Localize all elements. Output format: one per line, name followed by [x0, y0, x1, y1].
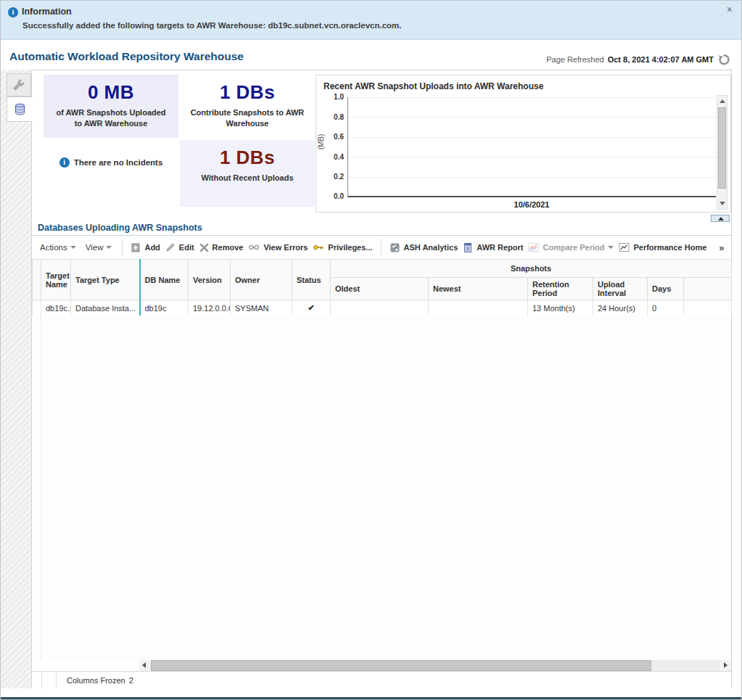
- tile-no-recent-uploads: 1 DBs Without Recent Uploads: [180, 140, 315, 207]
- x-tick: 10/6/2021: [347, 200, 716, 209]
- banner-title: Information: [22, 7, 72, 17]
- col-days[interactable]: Days: [648, 278, 684, 300]
- info-icon: i: [8, 7, 18, 17]
- col-group-snapshots: Snapshots: [331, 260, 732, 278]
- remove-icon: [199, 243, 209, 252]
- awr-report-button[interactable]: AWR Report: [463, 242, 523, 253]
- ash-analytics-button[interactable]: ASH Analytics: [389, 242, 458, 253]
- col-target-name[interactable]: Target Name: [41, 260, 71, 300]
- incidents-note: i There are no Incidents: [44, 157, 178, 168]
- page-refreshed: Page Refreshed Oct 8, 2021 4:02:07 AM GM…: [546, 53, 731, 66]
- row-header-column: [33, 260, 41, 300]
- uploaded-mb-value: 0 MB: [44, 75, 178, 104]
- edit-button[interactable]: Edit: [165, 242, 194, 252]
- y-axis-label: (MB): [317, 134, 325, 150]
- view-errors-button[interactable]: View Errors: [248, 242, 308, 252]
- view-errors-label: View Errors: [263, 243, 308, 252]
- scroll-down-icon[interactable]: [720, 202, 725, 205]
- sidebar-tab-databases[interactable]: [7, 96, 33, 122]
- newest-cell: [429, 300, 528, 316]
- scrollbar-thumb[interactable]: [151, 660, 651, 671]
- toolbar-separator: [122, 239, 123, 255]
- y-tick: 1.0: [322, 93, 344, 101]
- uploaded-mb-label: of AWR Snapshots Uploaded to AWR Warehou…: [44, 104, 178, 129]
- plot-area: [347, 97, 716, 197]
- version-cell: 19.12.0.0.0: [189, 300, 231, 316]
- no-recent-uploads-label: Without Recent Uploads: [180, 169, 315, 184]
- toolbar-overflow-button[interactable]: »: [717, 242, 726, 253]
- col-newest[interactable]: Newest: [429, 278, 528, 300]
- remove-button[interactable]: Remove: [199, 243, 244, 252]
- add-button[interactable]: Add: [131, 242, 160, 252]
- close-icon[interactable]: ×: [727, 4, 733, 15]
- report-icon: [463, 242, 473, 253]
- edit-icon: [165, 242, 176, 252]
- col-oldest[interactable]: Oldest: [331, 278, 429, 300]
- page-header: Automatic Workload Repository Warehouse …: [1, 40, 741, 70]
- days-cell: 0: [648, 300, 684, 316]
- col-upload-interval[interactable]: Upload Interval: [593, 278, 648, 300]
- chart-collapse-button[interactable]: [711, 215, 730, 222]
- upload-interval-cell: 24 Hour(s): [593, 300, 648, 316]
- y-tick: 0.6: [322, 133, 344, 141]
- table-row[interactable]: db19c.s... Database Insta... db19c 19.12…: [33, 300, 732, 316]
- performance-home-label: Performance Home: [633, 243, 706, 252]
- content-panel: 0 MB of AWR Snapshots Uploaded to AWR Wa…: [31, 70, 732, 688]
- glasses-icon: [248, 242, 260, 252]
- scroll-left-button[interactable]: [139, 660, 150, 671]
- compare-period-icon: [528, 242, 539, 252]
- col-owner[interactable]: Owner: [231, 260, 292, 300]
- view-menu-label: View: [86, 243, 104, 252]
- add-label: Add: [144, 243, 160, 252]
- col-db-name[interactable]: DB Name: [140, 260, 189, 300]
- retention-cell: 13 Month(s): [528, 300, 593, 316]
- chart-vertical-scrollbar[interactable]: [717, 95, 727, 210]
- col-target-type[interactable]: Target Type: [71, 260, 140, 300]
- no-recent-uploads-value: 1 DBs: [180, 140, 315, 169]
- db-name-cell: db19c: [140, 300, 189, 316]
- banner-message: Successfully added the following targets…: [22, 21, 402, 30]
- scroll-left-icon: [142, 662, 146, 668]
- databases-table: Target Name Target Type DB Name Version …: [32, 259, 732, 316]
- compare-period-label: Compare Period: [543, 243, 604, 252]
- contributing-dbs-label: Contribute Snapshots to AWR Warehouse: [180, 104, 315, 129]
- add-icon: [131, 242, 141, 252]
- compare-period-button: Compare Period: [528, 242, 614, 252]
- sidebar: [1, 70, 31, 688]
- toolbar-separator: [381, 239, 382, 255]
- refresh-icon[interactable]: [717, 53, 731, 66]
- col-status[interactable]: Status: [292, 260, 331, 300]
- key-icon: [313, 242, 324, 252]
- scroll-up-icon[interactable]: [720, 99, 725, 103]
- remove-label: Remove: [213, 243, 244, 252]
- privileges-label: Privileges...: [328, 243, 372, 252]
- performance-home-button[interactable]: Performance Home: [619, 242, 706, 252]
- info-icon: i: [59, 157, 70, 168]
- scrollbar-thumb[interactable]: [718, 107, 726, 189]
- refresh-time: Oct 8, 2021 4:02:07 AM GMT: [608, 55, 714, 64]
- scroll-right-button[interactable]: [720, 660, 731, 671]
- tile-uploaded-mb: 0 MB of AWR Snapshots Uploaded to AWR Wa…: [44, 75, 178, 138]
- col-version[interactable]: Version: [189, 260, 231, 300]
- y-tick: 0.2: [322, 173, 344, 181]
- status-up-icon: ✔: [292, 300, 331, 316]
- columns-frozen-value: 2: [129, 676, 133, 685]
- table-toolbar: Actions View Add Edit Remove View Errors: [32, 236, 731, 259]
- scroll-right-icon: [724, 662, 727, 668]
- status-bar-cell: [32, 672, 42, 688]
- status-bar-cell: [42, 672, 57, 688]
- col-filler: [684, 278, 732, 300]
- target-type-cell: Database Insta...: [71, 300, 140, 316]
- table-status-bar: Columns Frozen 2: [32, 671, 731, 688]
- incidents-text: There are no Incidents: [74, 158, 163, 167]
- performance-home-icon: [619, 242, 630, 252]
- target-name-link[interactable]: db19c.s...: [41, 300, 71, 316]
- table-horizontal-scrollbar[interactable]: [139, 660, 731, 671]
- col-retention[interactable]: Retention Period: [528, 278, 593, 300]
- privileges-button[interactable]: Privileges...: [313, 242, 372, 252]
- columns-frozen-label: Columns Frozen: [67, 676, 125, 685]
- sidebar-tab-manage[interactable]: [7, 73, 31, 96]
- chevron-down-icon: [70, 246, 76, 249]
- view-menu[interactable]: View: [83, 243, 115, 252]
- actions-menu[interactable]: Actions: [38, 243, 78, 252]
